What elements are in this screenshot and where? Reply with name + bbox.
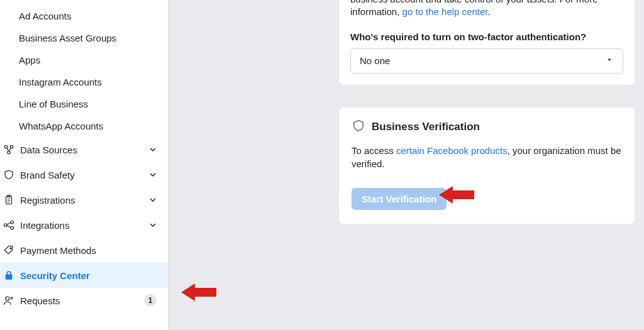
- sidebar: Ad Accounts Business Asset Groups Apps I…: [0, 0, 169, 330]
- chevron-down-icon: [148, 195, 158, 205]
- start-verification-button[interactable]: Start Verification: [352, 188, 447, 210]
- svg-point-9: [6, 297, 9, 300]
- shield-outline-icon: [352, 119, 365, 135]
- sidebar-item-apps[interactable]: Apps: [0, 49, 168, 71]
- caret-down-icon: [605, 55, 614, 66]
- facebook-products-link[interactable]: certain Facebook products: [396, 145, 508, 156]
- sidebar-item-instagram-accounts[interactable]: Instagram Accounts: [0, 71, 168, 93]
- svg-point-7: [11, 226, 14, 229]
- tfa-question: Who's required to turn on two-factor aut…: [350, 31, 623, 42]
- svg-marker-12: [181, 283, 216, 301]
- svg-point-10: [11, 297, 13, 299]
- sidebar-item-label: Payment Methods: [20, 245, 162, 256]
- sidebar-item-label: Security Center: [20, 270, 162, 281]
- sidebar-item-whatsapp-accounts[interactable]: WhatsApp Accounts: [0, 115, 168, 137]
- lock-icon: [3, 269, 15, 282]
- tfa-description: business account and take control of you…: [350, 0, 623, 19]
- annotation-arrow-icon: [181, 282, 216, 303]
- sidebar-item-line-of-business[interactable]: Line of Business: [0, 93, 168, 115]
- requests-badge: 1: [144, 294, 157, 307]
- sidebar-item-integrations[interactable]: Integrations: [0, 212, 168, 238]
- chevron-down-icon: [148, 170, 158, 180]
- sidebar-item-label: Integrations: [20, 220, 143, 231]
- svg-point-8: [10, 248, 11, 249]
- people-icon: [3, 294, 15, 307]
- business-verification-card: Business Verification To access certain …: [338, 107, 635, 224]
- shield-icon: [3, 168, 15, 181]
- annotation-arrow-icon: [439, 184, 474, 206]
- sidebar-item-data-sources[interactable]: Data Sources: [0, 137, 168, 162]
- sidebar-item-brand-safety[interactable]: Brand Safety: [0, 162, 168, 187]
- content-area: business account and take control of you…: [169, 0, 644, 330]
- svg-point-5: [4, 224, 8, 227]
- verification-desc-prefix: To access: [352, 145, 396, 156]
- verification-description: To access certain Facebook products, you…: [352, 144, 622, 170]
- two-factor-card: business account and take control of you…: [338, 0, 635, 85]
- sidebar-item-label: Brand Safety: [20, 170, 143, 180]
- chevron-down-icon: [148, 220, 158, 230]
- tfa-period: .: [487, 6, 490, 17]
- sidebar-item-label: Data Sources: [20, 145, 143, 155]
- sidebar-item-payment-methods[interactable]: Payment Methods: [0, 238, 168, 263]
- sidebar-item-security-center[interactable]: Security Center: [0, 263, 168, 288]
- svg-point-2: [8, 151, 11, 154]
- chevron-down-icon: [148, 145, 158, 155]
- sidebar-item-registrations[interactable]: Registrations: [0, 187, 168, 212]
- tag-icon: [3, 244, 15, 256]
- svg-marker-11: [439, 186, 474, 204]
- sidebar-item-label: Registrations: [20, 195, 143, 206]
- sidebar-item-business-asset-groups[interactable]: Business Asset Groups: [0, 27, 168, 49]
- clipboard-icon: [3, 194, 15, 206]
- svg-point-6: [11, 221, 14, 224]
- verification-title: Business Verification: [372, 121, 480, 133]
- sidebar-item-ad-accounts[interactable]: Ad Accounts: [0, 5, 168, 27]
- integrations-icon: [3, 219, 15, 231]
- sidebar-sub-items: Ad Accounts Business Asset Groups Apps I…: [0, 0, 168, 137]
- tfa-select-value: No one: [360, 55, 390, 66]
- sidebar-item-label: Requests: [20, 295, 139, 306]
- data-sources-icon: [3, 143, 15, 156]
- sidebar-item-requests[interactable]: Requests 1: [0, 288, 168, 313]
- help-center-link[interactable]: go to the help center: [402, 6, 488, 17]
- tfa-select[interactable]: No one: [350, 48, 623, 74]
